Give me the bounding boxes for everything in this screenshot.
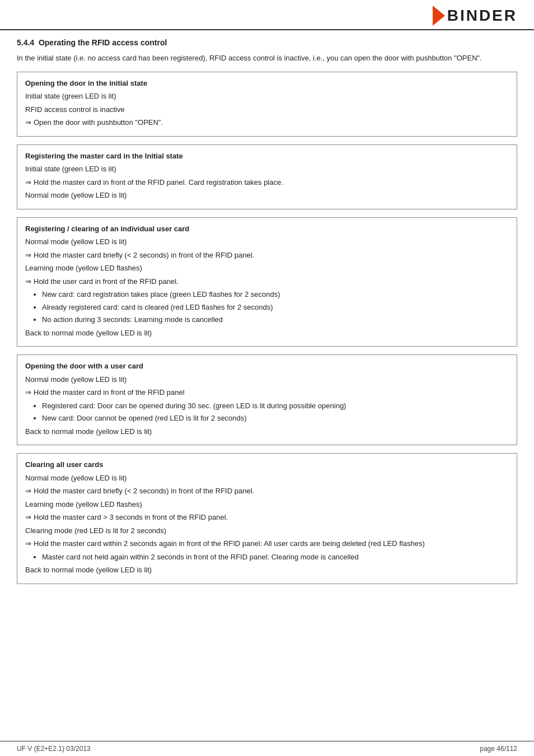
section-title: 5.4.4 Operating the RFID access control xyxy=(17,38,517,47)
arrow-icon: ⇒ xyxy=(25,387,31,398)
info-box-4: Clearing all user cardsNormal mode (yell… xyxy=(17,453,517,584)
arrow-icon: ⇒ xyxy=(25,512,31,523)
arrow-icon: ⇒ xyxy=(25,117,31,128)
info-line-text-3-3: Back to normal mode (yellow LED is lit) xyxy=(25,426,509,437)
intro-paragraph: In the initial state (i.e. no access car… xyxy=(17,53,517,64)
info-line-text-2-0: Normal mode (yellow LED is lit) xyxy=(25,236,509,248)
main-content: 5.4.4 Operating the RFID access control … xyxy=(0,32,534,626)
info-box-title-2: Registering / clearing of an individual … xyxy=(25,223,509,235)
footer-left: UF V (E2+E2.1) 03/2013 xyxy=(17,745,91,753)
info-box-title-0: Opening the door in the initial state xyxy=(25,78,509,89)
info-line-arrow-0-2: ⇒Open the door with pushbutton "OPEN". xyxy=(25,117,509,128)
info-line-text-0-1: RFID access control is inactive xyxy=(25,104,509,115)
info-line-arrow-4-5: ⇒Hold the master card within 2 seconds a… xyxy=(25,538,509,549)
info-box-0: Opening the door in the initial stateIni… xyxy=(17,72,517,137)
bullet-item-3-2-0: Registered card: Door can be opened duri… xyxy=(42,400,509,412)
info-line-text-4-2: Learning mode (yellow LED flashes) xyxy=(25,499,509,510)
info-line-text-4-4: Clearing mode (red LED is lit for 2 seco… xyxy=(25,525,509,536)
info-line-text-4-0: Normal mode (yellow LED is lit) xyxy=(25,473,509,484)
info-line-arrow-1-1: ⇒Hold the master card in front of the RF… xyxy=(25,177,509,188)
info-box-1: Registering the master card in the Initi… xyxy=(17,144,517,209)
arrow-icon: ⇒ xyxy=(25,538,31,549)
logo-arrow-icon xyxy=(433,6,445,26)
bullet-item-2-4-2: No action during 3 seconds: Learning mod… xyxy=(42,314,509,325)
page-footer: UF V (E2+E2.1) 03/2013 page 46/112 xyxy=(0,741,534,756)
info-line-text-4-7: Back to normal mode (yellow LED is lit) xyxy=(25,564,509,576)
info-line-arrow-4-1: ⇒Hold the master card briefly (< 2 secon… xyxy=(25,486,509,497)
info-line-arrow-4-3: ⇒Hold the master card > 3 seconds in fro… xyxy=(25,512,509,523)
bullet-item-2-4-0: New card: card registration takes place … xyxy=(42,289,509,300)
page-header: BINDER xyxy=(0,0,534,30)
info-box-title-4: Clearing all user cards xyxy=(25,459,509,470)
info-box-2: Registering / clearing of an individual … xyxy=(17,217,517,347)
info-line-text-0-0: Initial state (green LED is lit) xyxy=(25,91,509,102)
bullet-list-2-4: New card: card registration takes place … xyxy=(42,289,509,325)
arrow-icon: ⇒ xyxy=(25,276,31,287)
arrow-icon: ⇒ xyxy=(25,250,31,261)
bullet-list-3-2: Registered card: Door can be opened duri… xyxy=(42,400,509,424)
arrow-icon: ⇒ xyxy=(25,486,31,497)
binder-logo: BINDER xyxy=(433,6,517,26)
bullet-item-4-6-0: Master card not held again within 2 seco… xyxy=(42,552,509,563)
info-box-title-1: Registering the master card in the Initi… xyxy=(25,151,509,162)
bullet-item-3-2-1: New card: Door cannot be opened (red LED… xyxy=(42,413,509,424)
info-line-text-1-2: Normal mode (yellow LED is lit) xyxy=(25,190,509,201)
bullet-list-4-6: Master card not held again within 2 seco… xyxy=(42,552,509,563)
info-line-text-2-2: Learning mode (yellow LED flashes) xyxy=(25,263,509,274)
info-boxes-container: Opening the door in the initial stateIni… xyxy=(17,72,517,584)
arrow-icon: ⇒ xyxy=(25,177,31,188)
info-line-arrow-2-3: ⇒Hold the user card in front of the RFID… xyxy=(25,276,509,287)
info-box-3: Opening the door with a user cardNormal … xyxy=(17,354,517,445)
info-box-title-3: Opening the door with a user card xyxy=(25,361,509,372)
bullet-item-2-4-1: Already registered card: card is cleared… xyxy=(42,302,509,313)
logo-text: BINDER xyxy=(447,7,517,25)
footer-right: page 46/112 xyxy=(480,745,517,753)
info-line-text-3-0: Normal mode (yellow LED is lit) xyxy=(25,374,509,385)
info-line-arrow-3-1: ⇒Hold the master card in front of the RF… xyxy=(25,387,509,398)
info-line-arrow-2-1: ⇒Hold the master card briefly (< 2 secon… xyxy=(25,250,509,261)
info-line-text-1-0: Initial state (green LED is lit) xyxy=(25,164,509,175)
info-line-text-2-5: Back to normal mode (yellow LED is lit) xyxy=(25,328,509,339)
